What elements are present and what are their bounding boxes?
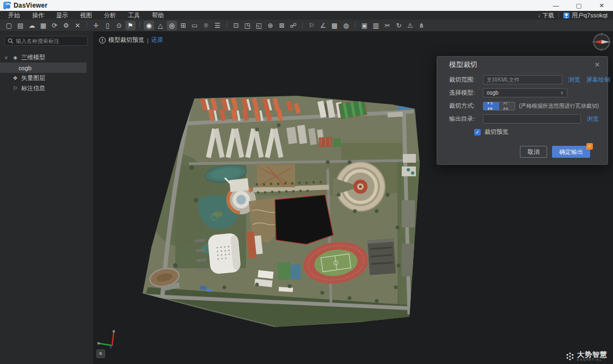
menu-分析[interactable]: 分析 <box>98 11 122 20</box>
tree-node-label: 矢量图层 <box>21 74 45 82</box>
chevron-down-icon: ∨ <box>560 90 563 95</box>
output-dir-label: 输出目录: <box>449 115 483 123</box>
menu-开始[interactable]: 开始 <box>2 11 26 20</box>
inner-clip-option[interactable]: 内切 <box>483 102 499 110</box>
layers-icon: ❖ <box>12 75 19 81</box>
user-account-button[interactable]: 用户q7ssokqt <box>563 11 608 20</box>
brand-watermark: 大势智慧 DASPATIAL <box>566 351 608 361</box>
image-stack-icon[interactable]: ▩ <box>329 21 340 30</box>
tree-node-osgb[interactable]: osgb <box>0 63 87 73</box>
save-icon[interactable]: ▦ <box>38 21 48 30</box>
dialog-close-icon[interactable]: ✕ <box>594 61 600 69</box>
brand-subtitle: DASPATIAL <box>577 359 608 361</box>
poi-tool-icon[interactable]: ◍ <box>341 21 351 30</box>
flatten-tool-icon[interactable]: ▯ <box>102 21 113 30</box>
clip-preview-checkbox[interactable]: ✓ <box>474 129 481 135</box>
cancel-button[interactable]: 取消 <box>520 146 547 158</box>
clip-mode-label: 裁切方式: <box>449 102 483 110</box>
image-view-icon[interactable]: ⊡ <box>231 21 241 30</box>
tile-model-icon[interactable]: ▣ <box>359 21 370 30</box>
search-input[interactable] <box>16 38 84 44</box>
tree-node-label: osgb <box>19 65 32 71</box>
screen-view-icon[interactable]: ▭ <box>189 21 200 30</box>
model-cube-icon: ◈ <box>12 54 19 60</box>
tree-node-annotation-info[interactable]: ⚐ 标注信息 <box>0 83 93 94</box>
menu-显示[interactable]: 显示 <box>50 11 74 20</box>
confirm-output-label: 确定输出 <box>559 148 583 156</box>
flag-annotate-icon[interactable]: ⚐ <box>306 21 317 30</box>
new-file-icon[interactable]: ▢ <box>4 21 14 30</box>
rotate-view-icon[interactable]: ↻ <box>394 21 404 30</box>
tree-node-vector-layer[interactable]: ❖ 矢量图层 <box>0 73 93 83</box>
move-tool-icon[interactable]: ✛ <box>91 21 101 30</box>
menu-视图[interactable]: 视图 <box>74 11 98 20</box>
cloud-download-icon[interactable]: ☁ <box>27 21 37 30</box>
toolbar-separator <box>355 22 355 29</box>
texture-globe-icon[interactable]: ◉ <box>144 21 154 30</box>
output-dir-input[interactable] <box>483 114 581 124</box>
open-folder-icon[interactable]: ▤ <box>15 21 26 30</box>
model-select[interactable]: osgb ∨ <box>483 88 567 97</box>
menu-操作[interactable]: 操作 <box>26 11 50 20</box>
maximize-button[interactable]: ▢ <box>567 0 590 11</box>
download-button[interactable]: ↓ 下载 <box>538 11 554 20</box>
zoom-tool-icon[interactable]: ⊙ <box>114 21 124 30</box>
clip-region-hole <box>275 195 333 244</box>
viewport-3d[interactable]: ! 模型裁切预览 | 还原 <box>94 32 613 364</box>
toolbar-separator <box>302 22 303 29</box>
refresh-icon[interactable]: ⟳ <box>50 21 60 30</box>
clip-preview-checkbox-label: 裁切预览 <box>485 128 508 136</box>
download-label: 下载 <box>542 11 554 20</box>
grid-box-icon[interactable]: ⊞ <box>178 21 188 30</box>
confirm-output-button[interactable]: 确定输出 ✓ <box>552 146 590 158</box>
clip-mode-note: (严格根据所选范围进行瓦块裁切) <box>519 102 599 110</box>
clip-scissors-icon[interactable]: ✂ <box>382 21 393 30</box>
layer-tree: ∨ ◈ 三维模型 osgb ❖ 矢量图层 ⚐ 标注信息 <box>0 52 93 94</box>
adjust-sliders-icon[interactable]: ☰ <box>212 21 223 30</box>
menu-items: 开始操作显示视图分析工具帮助 <box>0 11 170 20</box>
tile-grid-icon[interactable]: ▥ <box>371 21 381 30</box>
wireframe-globe-icon[interactable]: ◎ <box>167 21 177 30</box>
browse-output-link[interactable]: 浏览 <box>587 115 599 123</box>
settings-icon[interactable]: ⚙ <box>61 21 71 30</box>
minimize-button[interactable]: — <box>544 0 567 11</box>
browse-range-link[interactable]: 浏览 <box>568 76 580 84</box>
warning-marker-icon[interactable]: ⚠ <box>405 21 415 30</box>
layer-sidebar: ∨ ◈ 三维模型 osgb ❖ 矢量图层 ⚐ 标注信息 <box>0 32 94 364</box>
measure-tool-icon[interactable]: ∠ <box>318 21 328 30</box>
rosette-tool-icon[interactable]: ⊛ <box>265 21 275 30</box>
viewport-menu-button[interactable]: ≡ <box>96 349 105 358</box>
clip-preview-label: 模型裁切预览 <box>108 36 144 44</box>
toolbar: ▢▤☁▦⟳⚙✕✛▯⊙⚑◉△◎⊞▭☼☰⊡◳◱⊛⊠☍⚐∠▩◍▣▥✂↻⚠⋔ <box>0 20 613 32</box>
dialog-title: 模型裁切 <box>449 60 477 70</box>
menubar: 开始操作显示视图分析工具帮助 ↓ 下载 用户q7ssokqt <box>0 11 613 20</box>
menu-工具[interactable]: 工具 <box>122 11 146 20</box>
search-box <box>4 36 88 46</box>
mesh-cone-icon[interactable]: △ <box>155 21 165 30</box>
daspatial-logo-icon <box>566 352 574 361</box>
clip-range-input[interactable] <box>483 75 562 84</box>
link-tool-icon[interactable]: ☍ <box>288 21 298 30</box>
close-button[interactable]: ✕ <box>590 0 613 11</box>
app-logo-icon <box>3 2 11 9</box>
terrain-pins-icon[interactable]: ⋔ <box>416 21 427 30</box>
tree-node-3d-model[interactable]: ∨ ◈ 三维模型 <box>0 52 93 63</box>
model-clip-dialog: 模型裁切 ✕ 裁切范围: 浏览 屏幕绘制 选择模型: osgb ∨ <box>437 56 608 165</box>
compass-widget[interactable] <box>592 32 611 52</box>
light-setting-icon[interactable]: ☼ <box>201 21 211 30</box>
region-select-icon[interactable]: ◳ <box>242 21 253 30</box>
outer-clip-option[interactable]: 外切 <box>499 102 515 110</box>
clip-tool-icon[interactable]: ⊠ <box>277 21 287 30</box>
tree-node-label: 标注信息 <box>21 84 45 92</box>
menu-帮助[interactable]: 帮助 <box>146 11 170 20</box>
crop-tool-icon[interactable]: ◱ <box>254 21 264 30</box>
chevron-down-icon[interactable]: ∨ <box>4 55 9 60</box>
app-title: DasViewer <box>14 2 47 9</box>
titlebar: DasViewer — ▢ ✕ <box>0 0 613 11</box>
close-model-icon[interactable]: ✕ <box>72 21 83 30</box>
restore-link[interactable]: 还原 <box>151 36 163 44</box>
tutorial-badge-icon: ✓ <box>586 143 593 150</box>
screen-draw-link[interactable]: 屏幕绘制 <box>586 76 610 84</box>
locate-tool-icon[interactable]: ⚑ <box>125 21 136 30</box>
viewport-header: ! 模型裁切预览 | 还原 <box>99 36 163 44</box>
